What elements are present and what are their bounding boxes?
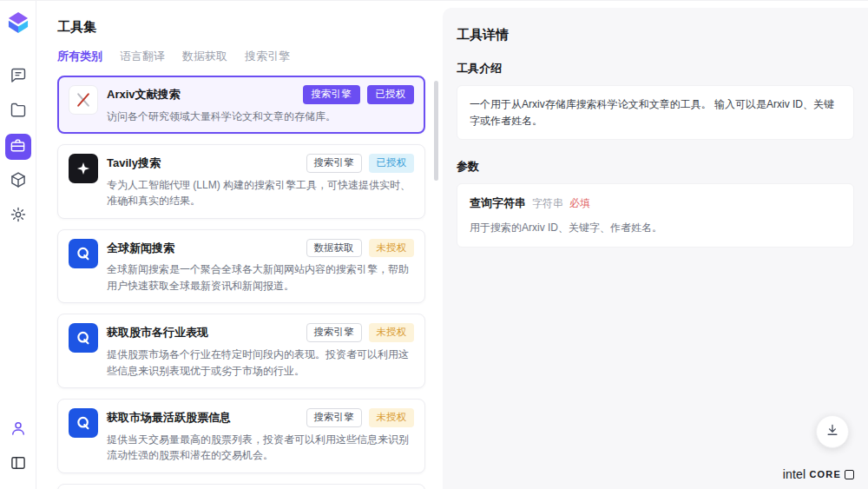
stock-sectors-icon <box>69 323 98 353</box>
user-icon <box>10 420 27 440</box>
tool-list-panel: 工具集 所有类别 语言翻译 数据获取 搜索引擎 Arxiv文献搜索 搜索引擎 已… <box>36 1 443 489</box>
category-badge: 搜索引擎 <box>306 323 362 342</box>
arxiv-icon <box>69 85 98 115</box>
tool-name: 获取股市各行业表现 <box>107 325 208 340</box>
intel-core-logo: intel CORE <box>783 467 854 481</box>
gear-icon <box>10 206 27 227</box>
tool-card-tavily[interactable]: Tavily搜索 搜索引擎 已授权 专为人工智能代理 (LLM) 构建的搜索引擎… <box>57 144 425 219</box>
tool-description: 专为人工智能代理 (LLM) 构建的搜索引擎工具，可快速提供实时、准确和真实的结… <box>107 177 414 209</box>
scrollbar-thumb[interactable] <box>434 81 438 181</box>
app-logo[interactable] <box>8 11 29 37</box>
panel-icon <box>10 454 27 475</box>
tool-name: 获取市场最活跃股票信息 <box>107 410 231 426</box>
sidebar-item-user[interactable] <box>5 417 31 443</box>
tool-name: Arxiv文献搜索 <box>107 87 181 102</box>
active-stocks-icon <box>69 408 98 438</box>
chat-icon <box>10 67 27 88</box>
sidebar-item-settings[interactable] <box>5 203 31 229</box>
briefcase-icon <box>10 137 26 157</box>
tool-description: 访问各个研究领域大量科学论文和文章的存储库。 <box>107 109 414 125</box>
param-description: 用于搜索的Arxiv ID、关键字、作者姓名。 <box>470 220 841 236</box>
sidebar-item-chat[interactable] <box>5 64 31 90</box>
tool-intro-text: 一个用于从Arxiv存储库搜索科学论文和文章的工具。 输入可以是Arxiv ID… <box>457 85 854 140</box>
sidebar <box>0 1 36 489</box>
scrollbar[interactable] <box>434 81 438 484</box>
status-badge[interactable]: 未授权 <box>369 323 415 342</box>
category-tabs: 所有类别 语言翻译 数据获取 搜索引擎 <box>57 49 425 64</box>
download-icon <box>825 422 840 441</box>
tool-name: Tavily搜索 <box>107 155 161 171</box>
tool-card-stock-sectors[interactable]: 获取股市各行业表现 搜索引擎 未授权 提供股票市场各个行业在特定时间段内的表现。… <box>57 314 425 388</box>
tool-name: 全球新闻搜索 <box>107 241 174 256</box>
param-type: 字符串 <box>532 195 563 212</box>
tavily-icon <box>69 154 98 183</box>
category-badge: 搜索引擎 <box>306 408 362 427</box>
status-badge[interactable]: 未授权 <box>369 239 415 258</box>
cube-icon <box>10 171 27 192</box>
tab-all-categories[interactable]: 所有类别 <box>57 49 102 64</box>
category-badge: 搜索引擎 <box>306 154 362 173</box>
tool-card-active-stocks[interactable]: 获取市场最活跃股票信息 搜索引擎 未授权 提供当天交易量最高的股票列表，投资者可… <box>57 399 425 473</box>
folder-icon <box>10 102 27 122</box>
tool-detail-panel: 工具详情 工具介绍 一个用于从Arxiv存储库搜索科学论文和文章的工具。 输入可… <box>443 8 868 489</box>
params-section-title: 参数 <box>457 159 854 175</box>
global-news-icon <box>69 239 98 268</box>
tool-list-title: 工具集 <box>57 19 425 36</box>
category-badge: 数据获取 <box>306 239 362 258</box>
sidebar-item-collapse[interactable] <box>5 452 31 478</box>
app-window: 工具集 所有类别 语言翻译 数据获取 搜索引擎 Arxiv文献搜索 搜索引擎 已… <box>0 0 868 489</box>
status-badge[interactable]: 已授权 <box>367 85 415 104</box>
param-required-flag: 必填 <box>569 195 590 212</box>
status-badge[interactable]: 已授权 <box>369 154 415 173</box>
sidebar-item-plugins[interactable] <box>5 169 31 195</box>
download-button[interactable] <box>816 415 849 448</box>
sidebar-item-files[interactable] <box>5 99 31 125</box>
sidebar-item-tools[interactable] <box>5 134 31 160</box>
detail-title: 工具详情 <box>457 27 854 43</box>
intro-section-title: 工具介绍 <box>457 61 854 76</box>
tab-search-engine[interactable]: 搜索引擎 <box>245 49 290 64</box>
intel-badge-box <box>845 470 854 479</box>
tool-card-regional-news[interactable]: 万维地区新闻查询 搜索引擎 未授权 查询具体行政区划内的新闻，快速了解各地新闻动 <box>57 484 425 489</box>
tool-description: 提供股票市场各个行业在特定时间段内的表现。投资者可以利用这些信息来识别表现优于或… <box>107 347 414 379</box>
parameter-card: 查询字符串 字符串 必填 用于搜索的Arxiv ID、关键字、作者姓名。 <box>457 183 854 248</box>
intel-text: intel <box>783 467 806 481</box>
tab-data-fetch[interactable]: 数据获取 <box>182 49 227 64</box>
tab-language-translation[interactable]: 语言翻译 <box>120 49 165 64</box>
tool-description: 全球新闻搜索是一个聚合全球各大新闻网站内容的搜索引擎，帮助用户快速获取全球最新资… <box>107 261 414 294</box>
tool-description: 提供当天交易量最高的股票列表，投资者可以利用这些信息来识别流动性强的股票和潜在的… <box>107 432 414 464</box>
param-name: 查询字符串 <box>470 195 526 212</box>
status-badge[interactable]: 未授权 <box>369 408 415 427</box>
detail-wrap: 工具详情 工具介绍 一个用于从Arxiv存储库搜索科学论文和文章的工具。 输入可… <box>443 1 868 489</box>
tool-card-arxiv[interactable]: Arxiv文献搜索 搜索引擎 已授权 访问各个研究领域大量科学论文和文章的存储库… <box>57 76 425 134</box>
category-badge: 搜索引擎 <box>303 85 360 104</box>
core-text: CORE <box>809 469 841 479</box>
tool-card-global-news[interactable]: 全球新闻搜索 数据获取 未授权 全球新闻搜索是一个聚合全球各大新闻网站内容的搜索… <box>57 229 425 304</box>
